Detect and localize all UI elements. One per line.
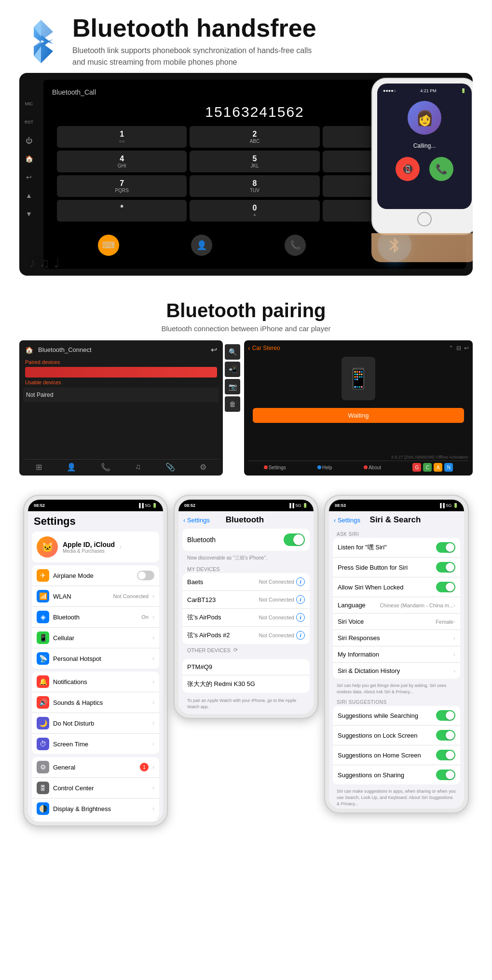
other-device-ptm[interactable]: PTM#Q9 xyxy=(182,659,310,675)
minimize-icon[interactable]: ⊟ xyxy=(456,345,461,351)
accept-call-button[interactable]: 📞 xyxy=(429,157,453,181)
suggestions-home-screen-item[interactable]: Suggestions on Home Screen xyxy=(333,745,460,765)
suggestions-searching-item[interactable]: Suggestions while Searching xyxy=(333,706,460,726)
waiting-button[interactable]: Waiting xyxy=(253,408,464,423)
android-attach-icon[interactable]: 📎 xyxy=(165,462,175,472)
settings-airplane-mode[interactable]: ✈ Airplane Mode xyxy=(32,565,159,586)
settings-cellular[interactable]: 📱 Cellular › xyxy=(32,628,159,648)
key-7[interactable]: 7 PQRS xyxy=(57,175,187,197)
key-8[interactable]: 8 TUV xyxy=(190,175,319,197)
scan-button[interactable]: 📲 xyxy=(225,362,240,377)
bt-discovery-text: Now discoverable as "三班's iPhone". xyxy=(178,554,314,564)
suggestions-home-label: Suggestions on Home Screen xyxy=(338,752,436,759)
carbt-info-button[interactable]: i xyxy=(296,595,305,604)
key-1[interactable]: 1 ○○ xyxy=(57,126,187,148)
airplane-mode-icon: ✈ xyxy=(37,569,49,582)
home-icon[interactable]: 🏠 xyxy=(25,346,33,354)
android-spacer xyxy=(23,404,219,459)
android-contacts-icon[interactable]: 👤 xyxy=(67,462,76,472)
settings-wlan[interactable]: 📶 WLAN Not Connected › xyxy=(32,586,159,607)
bt-device-airpods2[interactable]: 弦's AirPods #2 Not Connected i xyxy=(182,627,310,644)
settings-sounds[interactable]: 🔊 Sounds & Haptics › xyxy=(32,692,159,713)
help-footer-link[interactable]: Help xyxy=(317,465,332,470)
hotspot-chevron-icon: › xyxy=(152,655,154,662)
expand-icon[interactable]: ⌃ xyxy=(449,345,453,351)
key-0[interactable]: 0 + xyxy=(190,200,319,222)
siri-voice-item[interactable]: Siri Voice Female › xyxy=(333,614,460,630)
app-icon-2: C xyxy=(423,463,432,472)
settings-control-center[interactable]: 🎛 Control Center › xyxy=(32,778,159,798)
android-back-button[interactable]: ↩ xyxy=(211,345,217,354)
bt-device-carbt[interactable]: CarBT123 Not Connected i xyxy=(182,591,310,609)
my-information-item[interactable]: My Information › xyxy=(333,646,460,663)
key-2[interactable]: 2 ABC xyxy=(190,126,319,148)
key-star[interactable]: * xyxy=(57,200,187,222)
vol-up-icon[interactable]: ▲ xyxy=(22,189,36,202)
side-button-toggle[interactable] xyxy=(436,562,455,573)
settings-footer-link[interactable]: Settings xyxy=(264,465,286,470)
back-icon[interactable]: ↩ xyxy=(22,170,36,184)
nav-chevron-icon: ‹ xyxy=(248,344,250,352)
siri-dictation-item[interactable]: Siri & Dictation History › xyxy=(333,663,460,679)
phone-overlay: ●●●●○ 4:21 PM 🔋 👩 Calling... 📵 📞 xyxy=(371,78,473,262)
listen-siri-toggle[interactable] xyxy=(436,542,455,553)
airplane-toggle[interactable] xyxy=(137,571,154,580)
settings-bluetooth[interactable]: ◈ Bluetooth On › xyxy=(32,607,159,628)
paired-device-item[interactable] xyxy=(25,367,217,378)
siri-language-item[interactable]: Language Chinese (Mandarin - China m... … xyxy=(333,597,460,614)
bt-device-baets[interactable]: Baets Not Connected i xyxy=(182,573,310,591)
airpods2-info-button[interactable]: i xyxy=(296,631,305,640)
airpods1-info-button[interactable]: i xyxy=(296,613,305,622)
scan2-button[interactable]: 📷 xyxy=(225,379,240,394)
home-icon[interactable]: 🏠 xyxy=(22,152,36,166)
my-info-label: My Information xyxy=(338,651,453,658)
search-button[interactable]: 🔍 xyxy=(225,344,240,360)
bt-device-airpods1[interactable]: 弦's AirPods Not Connected i xyxy=(182,609,310,627)
about-footer-link[interactable]: About xyxy=(364,465,381,470)
settings-hotspot[interactable]: 📡 Personal Hotspot › xyxy=(32,648,159,669)
android-menu-icon[interactable]: ⊞ xyxy=(36,462,42,472)
suggestions-lock-toggle[interactable] xyxy=(436,730,455,741)
siri-search-screen: ‹ Settings Siri & Search ASK SIRI Listen… xyxy=(329,511,464,809)
android-call-icon[interactable]: 📞 xyxy=(101,462,110,472)
android-music-icon[interactable]: ♫ xyxy=(135,462,141,472)
suggestions-lock-screen-item[interactable]: Suggestions on Lock Screen xyxy=(333,726,460,745)
vol-down-icon[interactable]: ▼ xyxy=(22,207,36,221)
bt-toggle-switch[interactable] xyxy=(284,533,305,546)
baets-info-button[interactable]: i xyxy=(296,577,305,586)
allow-locked-toggle[interactable] xyxy=(436,582,455,592)
call-button[interactable]: 📞 xyxy=(285,235,306,256)
delete-button[interactable]: 🗑 xyxy=(225,396,240,412)
contacts-button[interactable]: 👤 xyxy=(191,235,212,256)
suggestions-sharing-toggle[interactable] xyxy=(436,770,455,780)
settings-dnd[interactable]: 🌙 Do Not Disturb › xyxy=(32,713,159,734)
siri-responses-item[interactable]: Siri Responses › xyxy=(333,630,460,646)
siri-nav-bar: ‹ Settings Siri & Search xyxy=(329,511,464,529)
bt-back-button[interactable]: ‹ Settings xyxy=(183,517,210,524)
settings-general[interactable]: ⚙ General 1 › xyxy=(32,757,159,778)
siri-side-button-item[interactable]: Press Side Button for Siri xyxy=(333,558,460,577)
siri-locked-item[interactable]: Allow Siri When Locked xyxy=(333,577,460,597)
key-5[interactable]: 5 JKL xyxy=(190,151,319,172)
settings-screen-time[interactable]: ⏱ Screen Time › xyxy=(32,734,159,754)
suggestions-searching-toggle[interactable] xyxy=(436,710,455,721)
key-4[interactable]: 4 GHI xyxy=(57,151,187,172)
home-button[interactable] xyxy=(417,212,432,226)
close-icon[interactable]: ↩ xyxy=(464,345,469,351)
iphone3-time: 08:53 xyxy=(335,503,346,508)
settings-profile-item[interactable]: 🐱 Apple ID, iCloud Media & Purchases › xyxy=(32,532,159,562)
android-settings-icon[interactable]: ⚙ xyxy=(200,462,206,472)
top-icons: ⌃ ⊟ ↩ xyxy=(449,345,469,351)
end-call-button[interactable]: 📵 xyxy=(396,157,420,181)
keypad-toggle-button[interactable]: ⌨ xyxy=(98,235,119,256)
other-device-redmi[interactable]: 张大大的 Redmi K30 5G xyxy=(182,675,310,693)
suggestions-home-toggle[interactable] xyxy=(436,750,455,760)
siri-listen-item[interactable]: Listen for "嘿 Siri" xyxy=(333,538,460,558)
wlan-icon: 📶 xyxy=(37,590,49,602)
settings-display[interactable]: 🌗 Display & Brightness › xyxy=(32,798,159,819)
listen-siri-label: Listen for "嘿 Siri" xyxy=(338,543,436,552)
suggestions-sharing-item[interactable]: Suggestions on Sharing xyxy=(333,765,460,784)
car-stereo-back-link[interactable]: Car Stereo xyxy=(252,345,280,351)
siri-back-button[interactable]: ‹ Settings xyxy=(334,517,360,524)
settings-notifications[interactable]: 🔔 Notifications › xyxy=(32,672,159,692)
